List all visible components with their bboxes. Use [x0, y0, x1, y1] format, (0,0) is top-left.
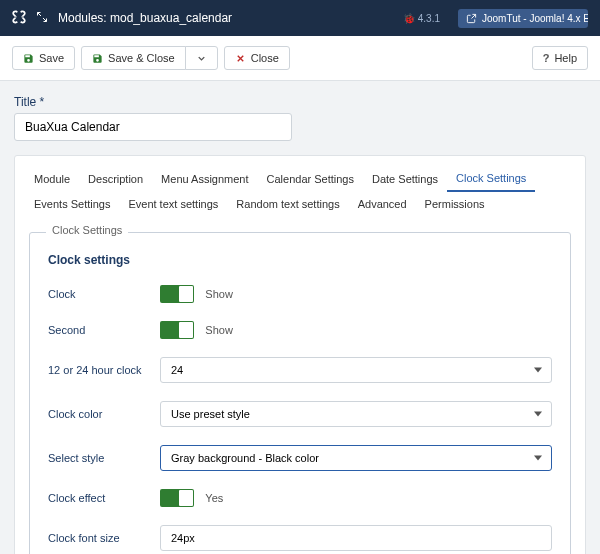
- label-clock-font-size: Clock font size: [48, 532, 160, 544]
- external-link-icon: [466, 13, 477, 24]
- label-clock-color: Clock color: [48, 408, 160, 420]
- tab-calendar-settings[interactable]: Calendar Settings: [258, 166, 363, 192]
- close-button[interactable]: Close: [224, 46, 290, 70]
- row-clock-effect: Clock effect Yes: [48, 489, 552, 507]
- toggle-clock-state: Show: [205, 288, 233, 300]
- clock-settings-fieldset: Clock Settings Clock settings Clock Show…: [29, 232, 571, 554]
- toggle-second-state: Show: [205, 324, 233, 336]
- row-hour-format: 12 or 24 hour clock 24: [48, 357, 552, 383]
- tabs: Module Description Menu Assignment Calen…: [15, 156, 585, 216]
- version-badge: 🐞 4.3.1: [403, 13, 440, 24]
- toggle-clock-effect[interactable]: [160, 489, 194, 507]
- tab-permissions[interactable]: Permissions: [416, 192, 494, 216]
- topbar: Modules: mod_buaxua_calendar 🐞 4.3.1 Joo…: [0, 0, 600, 36]
- save-dropdown-button[interactable]: [185, 46, 218, 70]
- tab-module[interactable]: Module: [25, 166, 79, 192]
- row-clock-font-size: Clock font size: [48, 525, 552, 551]
- tab-description[interactable]: Description: [79, 166, 152, 192]
- save-icon: [92, 53, 103, 64]
- tab-random-text-settings[interactable]: Random text settings: [227, 192, 348, 216]
- tab-menu-assignment[interactable]: Menu Assignment: [152, 166, 257, 192]
- title-input[interactable]: [14, 113, 292, 141]
- input-clock-font-size[interactable]: [160, 525, 552, 551]
- tab-clock-settings[interactable]: Clock Settings: [447, 166, 535, 192]
- label-select-style: Select style: [48, 452, 160, 464]
- section-heading: Clock settings: [48, 253, 552, 267]
- row-select-style: Select style Gray background - Black col…: [48, 445, 552, 471]
- toolbar: Save Save & Close Close ? Help: [0, 36, 600, 81]
- extension-link[interactable]: JoomTut - Joomla! 4.x Extens...: [458, 9, 588, 28]
- page-title: Modules: mod_buaxua_calendar: [58, 11, 393, 25]
- save-button[interactable]: Save: [12, 46, 75, 70]
- tab-advanced[interactable]: Advanced: [349, 192, 416, 216]
- panel: Module Description Menu Assignment Calen…: [14, 155, 586, 554]
- save-icon: [23, 53, 34, 64]
- label-clock: Clock: [48, 288, 160, 300]
- title-label: Title *: [14, 95, 586, 109]
- save-close-group: Save & Close: [81, 46, 218, 70]
- toggle-second[interactable]: [160, 321, 194, 339]
- select-style[interactable]: Gray background - Black color: [160, 445, 552, 471]
- select-clock-color[interactable]: Use preset style: [160, 401, 552, 427]
- help-icon: ?: [543, 52, 550, 64]
- joomla-logo-icon: [12, 10, 26, 27]
- save-close-button[interactable]: Save & Close: [81, 46, 186, 70]
- fieldset-legend: Clock Settings: [46, 224, 128, 236]
- help-button[interactable]: ? Help: [532, 46, 588, 70]
- toggle-clock-effect-state: Yes: [205, 492, 223, 504]
- label-clock-effect: Clock effect: [48, 492, 160, 504]
- chevron-down-icon: [196, 53, 207, 64]
- label-second: Second: [48, 324, 160, 336]
- close-icon: [235, 53, 246, 64]
- content: Title * Module Description Menu Assignme…: [0, 81, 600, 554]
- row-second: Second Show: [48, 321, 552, 339]
- label-hour-format: 12 or 24 hour clock: [48, 364, 160, 376]
- tab-date-settings[interactable]: Date Settings: [363, 166, 447, 192]
- expand-icon[interactable]: [36, 11, 48, 26]
- tab-events-settings[interactable]: Events Settings: [25, 192, 119, 216]
- row-clock-color: Clock color Use preset style: [48, 401, 552, 427]
- toggle-clock[interactable]: [160, 285, 194, 303]
- tab-event-text-settings[interactable]: Event text settings: [119, 192, 227, 216]
- row-clock: Clock Show: [48, 285, 552, 303]
- select-hour-format[interactable]: 24: [160, 357, 552, 383]
